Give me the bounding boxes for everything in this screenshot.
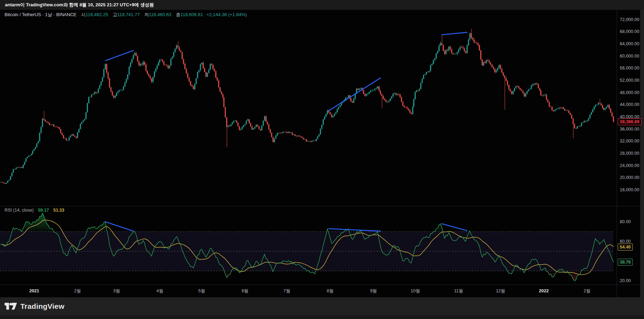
rsi-badge-rsi: 38.76 [618,259,633,266]
candle-bodies-down [2,33,614,184]
time-label-7월: 7월 [284,288,290,294]
candle-wicks-down [2,29,614,184]
ohlc-label: 시 [81,12,86,17]
time-label-12월: 12월 [496,288,505,294]
time-label-5월: 5월 [198,288,205,294]
rsi-axis-label: 80.00 [620,219,631,224]
price-axis-label: 20,000.00 [620,175,639,180]
last-price-badge: 38,386.89 [618,118,642,125]
time-label-2월: 2월 [74,288,81,294]
time-label-2월: 2월 [584,288,590,294]
time-label-6월: 6월 [241,288,248,294]
price-legend: Bitcoin / TetherUS · 1날 · BINANCE시116,46… [5,12,247,18]
price-axis-label: 48,000.00 [620,90,639,95]
ohlc-label: 저 [144,12,149,17]
time-label-8월: 8월 [327,288,333,294]
bottom-strip [0,315,644,319]
rsi-legend: RSI (14, close) 59.17 51.33 [5,208,64,213]
symbol-title: Bitcoin / TetherUS · 1날 · BINANCE [5,12,77,17]
attribution-text: antarm이 TradingView.com와 함께 8월 10, 2025 … [5,2,154,7]
time-label-4월: 4월 [157,288,163,294]
price-axis-label: 56,000.00 [620,66,639,71]
ohlc-value: 116,460.63 [149,12,171,17]
price-axis-label: 36,000.00 [620,127,639,132]
time-label-3월: 3월 [113,288,120,294]
time-label-10월: 10월 [411,288,420,294]
rsi-axis-label: 20.00 [620,278,631,283]
rsi-trendline-1[interactable] [105,222,133,231]
price-trendline-3[interactable] [442,32,467,35]
rsi-trendline-2[interactable] [329,229,380,231]
ohlc-value: 116,462.25 [86,12,108,17]
price-axis-label: 52,000.00 [620,78,639,83]
time-label-11월: 11월 [454,288,463,294]
price-axis-label: 60,000.00 [620,54,639,59]
price-axis-label: 72,000.00 [620,17,639,22]
price-trendline-1[interactable] [105,51,133,61]
price-axis[interactable]: 72,000.0068,000.0064,000.0060,000.0056,0… [617,0,644,297]
price-axis-label: 28,000.00 [620,151,639,156]
ohlc-value: 118,606.61 [180,12,203,17]
rsi-indicator-pane[interactable] [0,206,617,285]
rsi-ma-value: 51.33 [53,208,64,213]
price-chart-pane[interactable] [0,10,617,206]
price-axis-label: 16,000.00 [620,187,639,192]
rsi-params: (14, close) [13,208,33,213]
tradingview-snapshot: antarm이 TradingView.com와 함께 8월 10, 2025 … [0,0,644,319]
ohlc-values: 시116,462.25고118,741.77저116,460.63종118,60… [77,12,203,17]
price-axis-label: 24,000.00 [620,163,639,168]
ohlc-label: 종 [176,12,180,17]
price-axis-label: 64,000.00 [620,41,639,46]
time-label-2021: 2021 [29,288,39,293]
time-label-2022: 2022 [539,288,549,293]
ohlc-value: 118,741.77 [117,12,140,17]
price-change: +2,144.36 (+1.84%) [206,12,247,17]
candle-wicks-up [1,32,608,184]
rsi-value: 59.17 [38,208,49,213]
candle-bodies-up [0,33,609,184]
rsi-trendline-3[interactable] [442,224,467,231]
brand-name[interactable]: TradingView [20,302,65,311]
rsi-badge-ma: 54.40 [618,244,633,251]
pane-separator[interactable] [0,206,640,206]
price-trendline-2[interactable] [329,78,380,111]
rsi-title: RSI [5,208,12,213]
time-label-9월: 9월 [370,288,377,294]
price-axis-label: 32,000.00 [620,139,639,144]
ohlc-label: 고 [113,12,117,17]
price-axis-label: 44,000.00 [620,102,639,107]
tradingview-logo-icon[interactable] [5,301,17,311]
attribution-bar: antarm이 TradingView.com와 함께 8월 10, 2025 … [0,0,644,10]
price-axis-label: 68,000.00 [620,29,639,34]
footer-bar: TradingView [0,297,644,315]
chart-canvas[interactable] [0,10,640,297]
time-axis[interactable]: 20212월3월4월5월6월7월8월9월10월11월12월20222월 [0,285,617,297]
